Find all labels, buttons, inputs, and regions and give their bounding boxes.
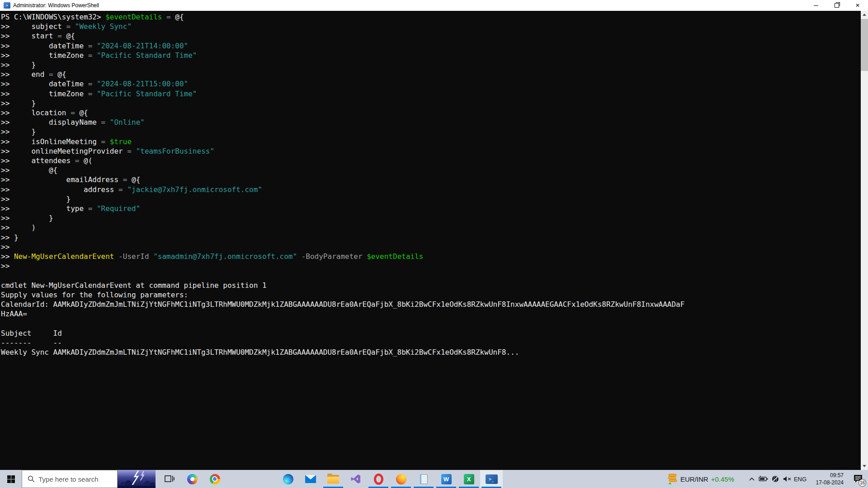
opera-icon — [374, 474, 383, 485]
terminal-line: >> } — [1, 213, 861, 223]
copilot-icon — [187, 474, 198, 484]
terminal-line: >> } — [1, 194, 861, 204]
scroll-down-button[interactable] — [861, 462, 868, 470]
terminal-output: PS C:\WINDOWS\system32> $eventDetails = … — [0, 11, 861, 470]
taskbar-copilot[interactable] — [181, 470, 203, 488]
volume-status[interactable] — [781, 470, 793, 488]
terminal-line: >> } — [1, 60, 861, 70]
scroll-down-icon — [863, 465, 866, 467]
weather-widget[interactable] — [118, 470, 156, 488]
terminal-line: >> } — [1, 127, 861, 136]
title-bar[interactable]: > Administrator: Windows PowerShell ✕ — [0, 0, 868, 11]
terminal-line: CalendarId: AAMkADIyZDdmZmJmLTNiZjYtNGFh… — [1, 300, 861, 309]
minimize-button[interactable] — [806, 0, 826, 11]
terminal-line: Weekly Sync AAMkADIyZDdmZmJmLTNiZjYtNGFh… — [1, 347, 861, 357]
restore-icon — [835, 3, 839, 8]
taskbar-clock[interactable]: 09:57 17-08-2024 — [811, 472, 844, 486]
clock-date: 17-08-2024 — [811, 479, 844, 486]
firefox-icon — [396, 474, 406, 484]
terminal-line — [1, 271, 861, 280]
show-hidden-icons-button[interactable] — [746, 470, 758, 488]
terminal-line: >> onlineMeetingProvider = "teamsForBusi… — [1, 146, 861, 156]
terminal-line: Supply values for the following paramete… — [1, 290, 861, 300]
taskbar-firefox[interactable] — [390, 470, 412, 488]
action-center-button[interactable]: 16 — [848, 470, 868, 488]
language-indicator[interactable]: ENG — [793, 470, 807, 488]
windows-logo-icon — [7, 475, 15, 483]
terminal-line: PS C:\WINDOWS\system32> $eventDetails = … — [1, 12, 861, 22]
terminal-line: >> — [1, 242, 861, 252]
excel-icon: X — [464, 474, 474, 484]
battery-icon — [759, 476, 769, 482]
terminal-line: cmdlet New-MgUserCalendarEvent at comman… — [1, 281, 861, 290]
terminal-line: >> location = @{ — [1, 108, 861, 117]
chevron-up-icon — [749, 477, 755, 481]
close-button[interactable]: ✕ — [847, 0, 868, 11]
ticker-change-label: +0.45% — [711, 475, 734, 483]
search-placeholder: Type here to search — [38, 475, 99, 483]
no-internet-globe-icon — [771, 475, 779, 483]
vertical-scrollbar[interactable] — [861, 11, 868, 470]
chrome-icon — [210, 474, 220, 484]
scrollbar-thumb[interactable] — [861, 19, 868, 71]
taskbar-gap — [226, 470, 277, 488]
scroll-up-icon — [863, 14, 866, 16]
terminal-line: >> isOnlineMeeting = $true — [1, 137, 861, 146]
terminal-line: >> subject = "Weekly Sync" — [1, 22, 861, 31]
notepad-icon — [420, 474, 428, 484]
terminal-line: >> timeZone = "Pacific Standard Time" — [1, 89, 861, 99]
powershell-window: > Administrator: Windows PowerShell ✕ PS… — [0, 0, 868, 488]
taskbar-mail[interactable] — [299, 470, 322, 488]
coins-icon — [667, 473, 678, 485]
file-explorer-icon — [327, 475, 339, 483]
ticker-pair-label: EUR/INR — [680, 475, 708, 483]
taskbar-opera[interactable] — [367, 470, 390, 488]
terminal-line: >> attendees = @( — [1, 156, 861, 165]
taskbar-visual-studio[interactable] — [344, 470, 367, 488]
terminal-line: >> emailAddress = @{ — [1, 175, 861, 184]
search-icon — [28, 475, 35, 483]
currency-ticker[interactable]: EUR/INR +0.45% — [667, 473, 734, 485]
taskbar-search[interactable]: Type here to search — [22, 470, 118, 488]
taskbar-task-view[interactable] — [158, 470, 181, 488]
close-icon: ✕ — [855, 3, 860, 8]
terminal-line: ------- -- — [1, 338, 861, 347]
terminal-line: >> @{ — [1, 165, 861, 175]
taskbar-word[interactable]: W — [435, 470, 458, 488]
terminal-line: >> timeZone = "Pacific Standard Time" — [1, 51, 861, 60]
mail-icon — [305, 475, 316, 483]
battery-status[interactable] — [758, 470, 769, 488]
taskbar-file-explorer[interactable] — [322, 470, 344, 488]
storm-illustration-icon — [118, 470, 156, 488]
taskbar-notepad[interactable] — [412, 470, 435, 488]
terminal-line: >> New-MgUserCalendarEvent -UserId "sama… — [1, 252, 861, 261]
powershell-icon: >_ — [486, 474, 498, 484]
system-tray: EUR/INR +0.45% ENG 09:57 17-08-2024 — [667, 470, 868, 488]
terminal-line: Subject Id — [1, 328, 861, 338]
scroll-up-button[interactable] — [861, 11, 868, 19]
terminal-line: >> end = @{ — [1, 70, 861, 79]
taskbar-excel[interactable]: X — [458, 470, 480, 488]
terminal-line: >> start = @{ — [1, 31, 861, 41]
start-button[interactable] — [0, 470, 22, 488]
terminal-line: >> ) — [1, 223, 861, 232]
clock-time: 09:57 — [811, 472, 844, 479]
word-icon: W — [441, 474, 452, 484]
terminal-line: >> type = "Required" — [1, 204, 861, 213]
terminal-line: >> displayName = "Online" — [1, 117, 861, 127]
terminal-line: >> address = "jackie@7xh7fj.onmicrosoft.… — [1, 185, 861, 194]
speaker-muted-icon — [783, 476, 792, 482]
taskbar-powershell[interactable]: >_ — [480, 470, 503, 488]
network-status[interactable] — [769, 470, 781, 488]
taskbar-chrome[interactable] — [203, 470, 226, 488]
taskbar-edge[interactable] — [277, 470, 299, 488]
restore-button[interactable] — [826, 0, 847, 11]
minimize-icon — [814, 5, 818, 6]
terminal-line: HzAAA= — [1, 309, 861, 319]
terminal-line: >> } — [1, 99, 861, 108]
terminal-line: >> } — [1, 233, 861, 242]
visual-studio-icon — [350, 474, 361, 484]
terminal-line: >> — [1, 261, 861, 271]
edge-icon — [283, 474, 293, 484]
window-title: Administrator: Windows PowerShell — [13, 2, 99, 9]
